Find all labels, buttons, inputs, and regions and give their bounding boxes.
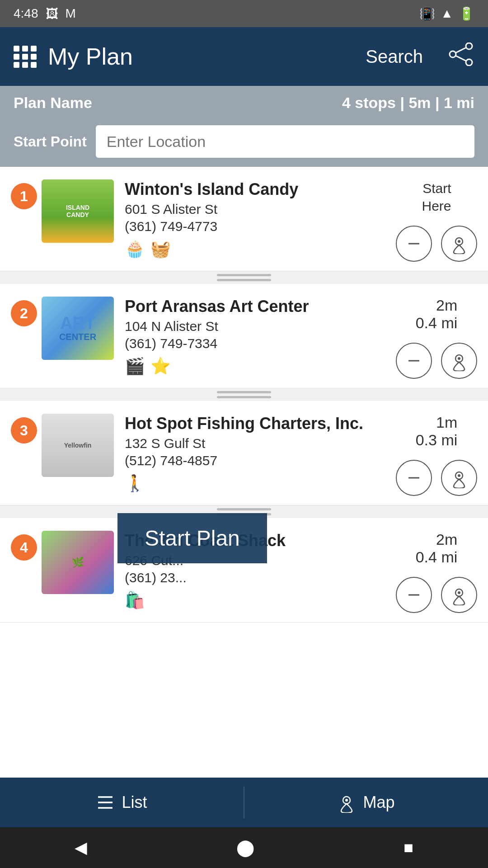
stop-phone-3: (512) 748-4857: [125, 453, 396, 468]
stop-tags-4: 🛍️: [125, 591, 396, 610]
stop-actions-4: [396, 577, 477, 613]
stop-dist-3: 0.3 mi: [416, 431, 458, 449]
search-button[interactable]: Search: [366, 47, 423, 67]
vibrate-icon: 📳: [419, 6, 435, 21]
locate-stop-1-button[interactable]: [441, 226, 477, 262]
stop-badge-4: 4: [11, 534, 37, 561]
back-button[interactable]: ◀: [75, 838, 87, 857]
stop-actions-1: [396, 226, 477, 262]
stop-image-2: ART CENTER: [42, 297, 114, 360]
stop-info-2: Port Aransas Art Center 104 N Alister St…: [125, 297, 396, 376]
locate-stop-2-button[interactable]: [441, 343, 477, 379]
android-nav: ◀ ⬤ ■: [0, 827, 488, 868]
wifi-icon: ▲: [441, 6, 453, 21]
tag-icon-star: ⭐: [150, 357, 171, 376]
stop-actions-2: [396, 343, 477, 379]
list-tab-label: List: [122, 793, 147, 812]
remove-stop-4-button[interactable]: [396, 577, 432, 613]
svg-point-16: [458, 591, 460, 594]
plan-info-bar: Plan Name 4 stops | 5m | 1 mi: [0, 86, 488, 120]
locate-stop-3-button[interactable]: [441, 460, 477, 496]
list-tab[interactable]: List: [0, 793, 244, 812]
svg-point-1: [466, 59, 472, 66]
stop-time-3: 1m: [416, 414, 458, 431]
start-plan-button[interactable]: Start Plan: [117, 513, 267, 563]
stop-time-dist-3: 1m 0.3 mi: [416, 414, 458, 449]
app-title: My Plan: [48, 43, 355, 70]
status-time: 4:48: [14, 6, 38, 21]
header: My Plan Search: [0, 27, 488, 86]
stop-right-4: 2m 0.4 mi: [396, 531, 477, 613]
remove-stop-3-button[interactable]: [396, 460, 432, 496]
stop-badge-3: 3: [11, 417, 37, 443]
status-left: 4:48 🖼 M: [14, 6, 76, 21]
stop-image-1: ISLANDCANDY: [42, 179, 114, 243]
stop-time-2: 2m: [416, 297, 458, 314]
stop-time-dist-4: 2m 0.4 mi: [416, 531, 458, 566]
grid-icon[interactable]: [14, 46, 37, 68]
share-button[interactable]: [447, 42, 474, 71]
tag-icon-hiker: 🚶: [125, 474, 145, 493]
stop-image-4: 🌿: [42, 531, 114, 594]
svg-line-4: [455, 56, 466, 61]
svg-line-3: [455, 47, 466, 53]
stop-dist-4: 0.4 mi: [416, 548, 458, 566]
stop-name-2: Port Aransas Art Center: [125, 297, 396, 316]
svg-point-10: [458, 357, 460, 360]
stop-tags-1: 🧁 🧺: [125, 240, 396, 259]
stop-dist-2: 0.4 mi: [416, 314, 458, 332]
drag-handle-2[interactable]: [0, 388, 488, 401]
tag-icon-cupcake: 🧁: [125, 240, 145, 259]
stop-image-3: Yellowfin: [42, 414, 114, 477]
stop-time-dist-2: 2m 0.4 mi: [416, 297, 458, 332]
svg-point-13: [458, 474, 460, 477]
tag-icon-bag: 🛍️: [125, 591, 145, 610]
stop-address-3: 132 S Gulf St: [125, 436, 396, 451]
stop-item-1: 1 ISLANDCANDY Winton's Island Candy 601 …: [0, 167, 488, 271]
stop-actions-3: [396, 460, 477, 496]
tag-icon-film: 🎬: [125, 357, 145, 376]
stop-tags-3: 🚶: [125, 474, 396, 493]
home-button[interactable]: ⬤: [236, 838, 254, 857]
recent-button[interactable]: ■: [404, 838, 413, 857]
stop-tags-2: 🎬 ⭐: [125, 357, 396, 376]
svg-point-2: [450, 51, 456, 57]
stop-address-1: 601 S Alister St: [125, 202, 396, 217]
plan-name-label: Plan Name: [14, 94, 92, 112]
start-point-label: Start Point: [14, 133, 87, 150]
stop-info-1: Winton's Island Candy 601 S Alister St (…: [125, 179, 396, 259]
stops-list: 1 ISLANDCANDY Winton's Island Candy 601 …: [0, 167, 488, 778]
stop-phone-1: (361) 749-4773: [125, 219, 396, 234]
stop-right-1: StartHere: [396, 179, 477, 262]
stop-address-2: 104 N Alister St: [125, 319, 396, 334]
locate-stop-4-button[interactable]: [441, 577, 477, 613]
map-tab[interactable]: Map: [244, 792, 488, 813]
status-bar: 4:48 🖼 M 📳 ▲ 🔋: [0, 0, 488, 27]
remove-stop-2-button[interactable]: [396, 343, 432, 379]
stop-item-2: 2 ART CENTER Port Aransas Art Center 104…: [0, 284, 488, 388]
battery-icon: 🔋: [459, 6, 474, 21]
status-right: 📳 ▲ 🔋: [419, 6, 474, 21]
stop-badge-2: 2: [11, 300, 37, 326]
plan-stats: 4 stops | 5m | 1 mi: [342, 94, 474, 112]
svg-point-0: [466, 43, 472, 49]
svg-point-21: [345, 799, 348, 802]
stop-item-3: 3 Yellowfin Hot Spot Fishing Charters, I…: [0, 401, 488, 505]
drag-handle-1[interactable]: [0, 271, 488, 284]
stop-time-4: 2m: [416, 531, 458, 548]
stop-phone-2: (361) 749-7334: [125, 336, 396, 351]
start-point-bar: Start Point: [0, 120, 488, 167]
image-icon: 🖼: [46, 6, 58, 21]
map-tab-label: Map: [363, 793, 394, 812]
mail-icon: M: [66, 6, 76, 21]
stop-name-3: Hot Spot Fishing Charters, Inc.: [125, 414, 396, 433]
stop-start-here: StartHere: [422, 179, 451, 215]
svg-point-7: [458, 240, 460, 243]
stop-item-4: 4 🌿 The 3rd Coast Shack 626 Cut... (361)…: [0, 518, 488, 623]
remove-stop-1-button[interactable]: [396, 226, 432, 262]
tag-icon-basket: 🧺: [150, 240, 171, 259]
location-input[interactable]: [96, 125, 474, 158]
stop-badge-1: 1: [11, 183, 37, 209]
stop-name-1: Winton's Island Candy: [125, 179, 396, 199]
bottom-nav: List Map: [0, 778, 488, 827]
